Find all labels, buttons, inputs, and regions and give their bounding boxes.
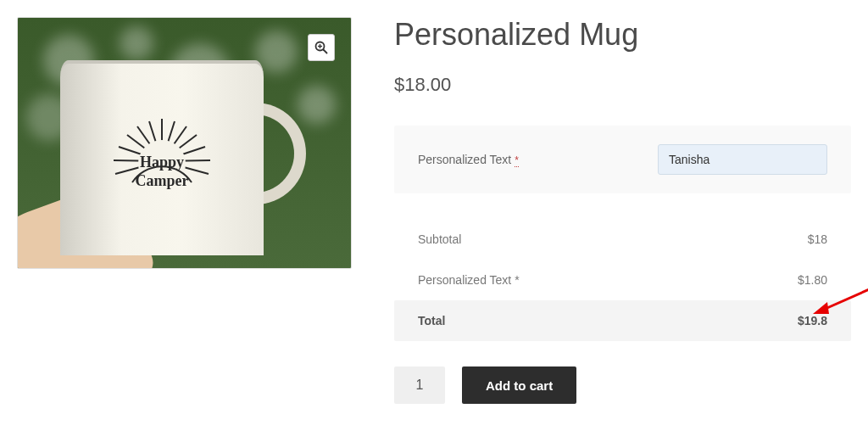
quantity-input[interactable] bbox=[394, 366, 445, 404]
product-image[interactable]: Happy Camper bbox=[17, 17, 352, 269]
option-label-text: Personalized Text bbox=[418, 153, 511, 166]
addon-row: Personalized Text * $1.80 bbox=[394, 260, 851, 300]
svg-line-17 bbox=[324, 50, 327, 53]
addon-label: Personalized Text * bbox=[418, 273, 520, 287]
product-image-area: Happy Camper bbox=[17, 17, 352, 269]
svg-line-20 bbox=[821, 284, 868, 311]
annotation-arrow-icon bbox=[809, 280, 868, 318]
svg-text:Happy: Happy bbox=[140, 154, 184, 171]
svg-marker-21 bbox=[813, 302, 829, 314]
magnify-plus-icon bbox=[314, 41, 328, 54]
product-price: $18.00 bbox=[394, 74, 851, 96]
product-option-personalized-text: Personalized Text * bbox=[394, 126, 851, 193]
required-indicator: * bbox=[515, 154, 519, 167]
subtotal-label: Subtotal bbox=[418, 232, 461, 246]
zoom-button[interactable] bbox=[308, 34, 335, 61]
subtotal-value: $18 bbox=[808, 232, 827, 246]
personalized-text-input[interactable] bbox=[658, 144, 827, 175]
total-row: Total $19.8 bbox=[394, 300, 851, 341]
product-details: Personalized Mug $18.00 Personalized Tex… bbox=[394, 17, 851, 404]
svg-text:Camper: Camper bbox=[136, 172, 189, 189]
total-label: Total bbox=[418, 314, 445, 327]
add-to-cart-button[interactable]: Add to cart bbox=[462, 366, 576, 404]
product-title: Personalized Mug bbox=[394, 17, 851, 53]
subtotal-row: Subtotal $18 bbox=[394, 219, 851, 260]
option-label: Personalized Text * bbox=[418, 153, 519, 166]
add-to-cart-section: Add to cart bbox=[394, 366, 851, 404]
